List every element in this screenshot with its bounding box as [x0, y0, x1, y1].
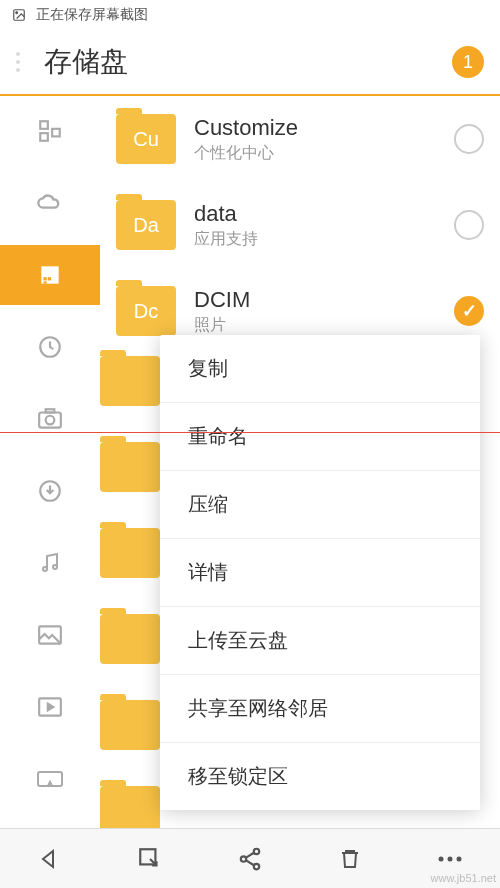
svg-rect-2	[40, 121, 48, 129]
drag-handle-icon[interactable]	[16, 52, 28, 72]
svg-point-1	[16, 12, 18, 14]
folder-icon	[100, 614, 160, 664]
folder-text: DCIM 照片	[194, 287, 436, 336]
select-icon	[137, 846, 163, 872]
picture-icon	[37, 624, 63, 646]
image-icon	[10, 8, 28, 22]
folder-text: Customize 个性化中心	[194, 115, 436, 164]
bottom-toolbar	[0, 828, 500, 888]
svg-rect-3	[52, 129, 60, 137]
folder-checkbox[interactable]	[454, 296, 484, 326]
share-icon	[237, 846, 263, 872]
svg-rect-7	[48, 277, 51, 280]
folder-sub: 照片	[194, 315, 436, 336]
svg-point-11	[46, 416, 55, 425]
folder-sub: 个性化中心	[194, 143, 436, 164]
sidebar-item-camera[interactable]	[35, 404, 65, 434]
svg-point-14	[43, 567, 47, 571]
menu-item-upload-cloud[interactable]: 上传至云盘	[160, 607, 480, 675]
trash-icon	[338, 846, 362, 872]
download-icon	[37, 478, 63, 504]
sidebar-item-recent[interactable]	[35, 332, 65, 362]
ghost-folders	[100, 356, 160, 872]
sidebar-item-music[interactable]	[35, 548, 65, 578]
sidebar-item-storage[interactable]	[0, 245, 100, 305]
folder-icon: Dc	[116, 286, 176, 336]
svg-point-23	[439, 856, 444, 861]
folder-icon	[100, 442, 160, 492]
annotation-line	[0, 432, 500, 433]
svg-rect-5	[41, 266, 58, 283]
svg-rect-4	[40, 133, 48, 141]
folder-text: data 应用支持	[194, 201, 436, 250]
sidebar-item-download[interactable]	[35, 476, 65, 506]
menu-item-details[interactable]: 详情	[160, 539, 480, 607]
folder-name: Customize	[194, 115, 436, 141]
folder-icon	[100, 356, 160, 406]
folder-icon: Cu	[116, 114, 176, 164]
sidebar-item-image[interactable]	[35, 620, 65, 650]
clock-icon	[37, 334, 63, 360]
music-icon	[38, 550, 62, 576]
storage-icon	[37, 262, 63, 288]
menu-item-compress[interactable]: 压缩	[160, 471, 480, 539]
delete-button[interactable]	[336, 845, 364, 873]
status-bar: 正在保存屏幕截图	[0, 0, 500, 30]
more-button[interactable]	[436, 845, 464, 873]
svg-rect-8	[44, 282, 47, 284]
page-title: 存储盘	[44, 43, 452, 81]
sidebar-item-video[interactable]	[35, 692, 65, 722]
vr-icon	[36, 770, 64, 788]
status-text: 正在保存屏幕截图	[36, 6, 148, 24]
select-button[interactable]	[136, 845, 164, 873]
back-icon	[38, 847, 62, 871]
folder-icon	[100, 528, 160, 578]
header: 存储盘 1	[0, 30, 500, 96]
svg-rect-12	[46, 409, 55, 412]
folder-sub: 应用支持	[194, 229, 436, 250]
svg-rect-6	[44, 277, 47, 280]
menu-item-move-locked[interactable]: 移至锁定区	[160, 743, 480, 810]
camera-icon	[37, 408, 63, 430]
sidebar-item-vr[interactable]	[35, 764, 65, 794]
folder-name: data	[194, 201, 436, 227]
folder-checkbox[interactable]	[454, 210, 484, 240]
sidebar-item-cloud[interactable]	[35, 188, 65, 218]
menu-item-rename[interactable]: 重命名	[160, 403, 480, 471]
selection-badge: 1	[452, 46, 484, 78]
share-button[interactable]	[236, 845, 264, 873]
folder-row[interactable]: Cu Customize 个性化中心	[100, 96, 500, 182]
folder-row[interactable]: Da data 应用支持	[100, 182, 500, 268]
watermark: www.jb51.net	[431, 872, 496, 884]
back-button[interactable]	[36, 845, 64, 873]
folder-icon	[100, 700, 160, 750]
video-icon	[37, 696, 63, 718]
context-menu: 复制 重命名 压缩 详情 上传至云盘 共享至网络邻居 移至锁定区	[160, 335, 480, 810]
category-icon	[37, 118, 63, 144]
sidebar	[0, 96, 100, 828]
more-icon	[437, 855, 463, 863]
folder-icon: Da	[116, 200, 176, 250]
sidebar-item-category[interactable]	[35, 116, 65, 146]
svg-point-25	[457, 856, 462, 861]
svg-point-15	[53, 565, 57, 569]
menu-item-copy[interactable]: 复制	[160, 335, 480, 403]
svg-point-24	[448, 856, 453, 861]
cloud-icon	[36, 193, 64, 213]
folder-name: DCIM	[194, 287, 436, 313]
menu-item-share-network[interactable]: 共享至网络邻居	[160, 675, 480, 743]
folder-checkbox[interactable]	[454, 124, 484, 154]
